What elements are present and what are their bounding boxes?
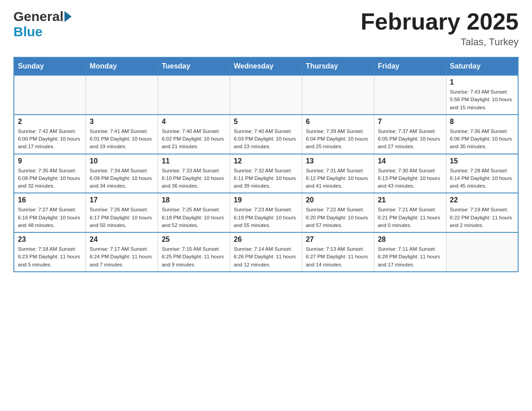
day-info: Sunrise: 7:39 AM Sunset: 6:04 PM Dayligh…: [306, 128, 370, 151]
table-row: 1Sunrise: 7:43 AM Sunset: 5:58 PM Daylig…: [446, 75, 518, 115]
table-row: [158, 75, 230, 115]
table-row: [302, 75, 374, 115]
table-row: 27Sunrise: 7:13 AM Sunset: 6:27 PM Dayli…: [302, 232, 374, 272]
day-number: 5: [234, 118, 298, 126]
table-row: [446, 232, 518, 272]
col-friday: Friday: [374, 57, 446, 75]
calendar-week-3: 9Sunrise: 7:35 AM Sunset: 6:08 PM Daylig…: [14, 154, 518, 193]
table-row: 6Sunrise: 7:39 AM Sunset: 6:04 PM Daylig…: [302, 115, 374, 154]
day-info: Sunrise: 7:23 AM Sunset: 6:19 PM Dayligh…: [234, 206, 298, 229]
table-row: 24Sunrise: 7:17 AM Sunset: 6:24 PM Dayli…: [86, 232, 158, 272]
table-row: 28Sunrise: 7:11 AM Sunset: 6:28 PM Dayli…: [374, 232, 446, 272]
day-number: 17: [90, 196, 154, 204]
logo-line1: General: [13, 9, 72, 24]
calendar-table: Sunday Monday Tuesday Wednesday Thursday…: [13, 57, 519, 272]
day-info: Sunrise: 7:31 AM Sunset: 6:12 PM Dayligh…: [306, 167, 370, 190]
day-info: Sunrise: 7:42 AM Sunset: 6:00 PM Dayligh…: [18, 128, 82, 151]
table-row: 18Sunrise: 7:25 AM Sunset: 6:18 PM Dayli…: [158, 193, 230, 232]
day-info: Sunrise: 7:14 AM Sunset: 6:26 PM Dayligh…: [234, 245, 298, 269]
col-saturday: Saturday: [446, 57, 518, 75]
table-row: 3Sunrise: 7:41 AM Sunset: 6:01 PM Daylig…: [86, 115, 158, 154]
day-info: Sunrise: 7:41 AM Sunset: 6:01 PM Dayligh…: [90, 128, 154, 151]
day-number: 26: [234, 235, 298, 244]
table-row: 22Sunrise: 7:19 AM Sunset: 6:22 PM Dayli…: [446, 193, 518, 232]
calendar-week-5: 23Sunrise: 7:18 AM Sunset: 6:23 PM Dayli…: [14, 232, 518, 272]
day-number: 24: [90, 235, 154, 244]
day-info: Sunrise: 7:36 AM Sunset: 6:06 PM Dayligh…: [450, 128, 514, 151]
month-title: February 2025: [360, 9, 519, 34]
day-number: 7: [378, 118, 442, 126]
table-row: 26Sunrise: 7:14 AM Sunset: 6:26 PM Dayli…: [230, 232, 302, 272]
table-row: 8Sunrise: 7:36 AM Sunset: 6:06 PM Daylig…: [446, 115, 518, 154]
col-wednesday: Wednesday: [230, 57, 302, 75]
day-info: Sunrise: 7:18 AM Sunset: 6:23 PM Dayligh…: [18, 245, 82, 269]
day-number: 21: [378, 196, 442, 204]
day-info: Sunrise: 7:17 AM Sunset: 6:24 PM Dayligh…: [90, 245, 154, 269]
table-row: [86, 75, 158, 115]
day-info: Sunrise: 7:40 AM Sunset: 6:03 PM Dayligh…: [234, 128, 298, 151]
table-row: [374, 75, 446, 115]
day-number: 12: [234, 157, 298, 165]
day-info: Sunrise: 7:22 AM Sunset: 6:20 PM Dayligh…: [306, 206, 370, 229]
day-number: 16: [18, 196, 82, 204]
table-row: 14Sunrise: 7:30 AM Sunset: 6:13 PM Dayli…: [374, 154, 446, 193]
day-info: Sunrise: 7:37 AM Sunset: 6:05 PM Dayligh…: [378, 128, 442, 151]
calendar-week-4: 16Sunrise: 7:27 AM Sunset: 6:16 PM Dayli…: [14, 193, 518, 232]
day-number: 8: [450, 118, 514, 126]
table-row: 13Sunrise: 7:31 AM Sunset: 6:12 PM Dayli…: [302, 154, 374, 193]
day-number: 18: [162, 196, 226, 204]
day-info: Sunrise: 7:26 AM Sunset: 6:17 PM Dayligh…: [90, 206, 154, 229]
col-tuesday: Tuesday: [158, 57, 230, 75]
table-row: 5Sunrise: 7:40 AM Sunset: 6:03 PM Daylig…: [230, 115, 302, 154]
day-number: 22: [450, 196, 514, 204]
day-info: Sunrise: 7:34 AM Sunset: 6:09 PM Dayligh…: [90, 167, 154, 190]
day-info: Sunrise: 7:25 AM Sunset: 6:18 PM Dayligh…: [162, 206, 226, 229]
table-row: 2Sunrise: 7:42 AM Sunset: 6:00 PM Daylig…: [14, 115, 86, 154]
day-info: Sunrise: 7:21 AM Sunset: 6:21 PM Dayligh…: [378, 206, 442, 229]
table-row: 10Sunrise: 7:34 AM Sunset: 6:09 PM Dayli…: [86, 154, 158, 193]
table-row: 7Sunrise: 7:37 AM Sunset: 6:05 PM Daylig…: [374, 115, 446, 154]
day-info: Sunrise: 7:43 AM Sunset: 5:58 PM Dayligh…: [450, 88, 514, 111]
day-info: Sunrise: 7:13 AM Sunset: 6:27 PM Dayligh…: [306, 245, 370, 269]
table-row: [14, 75, 86, 115]
day-number: 28: [378, 235, 442, 244]
table-row: 21Sunrise: 7:21 AM Sunset: 6:21 PM Dayli…: [374, 193, 446, 232]
logo: General Blue: [13, 9, 72, 39]
page-header: General Blue February 2025 Talas, Turkey: [13, 9, 519, 48]
table-row: 15Sunrise: 7:28 AM Sunset: 6:14 PM Dayli…: [446, 154, 518, 193]
day-number: 19: [234, 196, 298, 204]
table-row: 9Sunrise: 7:35 AM Sunset: 6:08 PM Daylig…: [14, 154, 86, 193]
calendar-week-1: 1Sunrise: 7:43 AM Sunset: 5:58 PM Daylig…: [14, 75, 518, 115]
table-row: [230, 75, 302, 115]
day-info: Sunrise: 7:30 AM Sunset: 6:13 PM Dayligh…: [378, 167, 442, 190]
day-number: 11: [162, 157, 226, 165]
day-number: 25: [162, 235, 226, 244]
day-info: Sunrise: 7:27 AM Sunset: 6:16 PM Dayligh…: [18, 206, 82, 229]
table-row: 11Sunrise: 7:33 AM Sunset: 6:10 PM Dayli…: [158, 154, 230, 193]
day-number: 23: [18, 235, 82, 244]
table-row: 12Sunrise: 7:32 AM Sunset: 6:11 PM Dayli…: [230, 154, 302, 193]
day-number: 20: [306, 196, 370, 204]
title-section: February 2025 Talas, Turkey: [360, 9, 519, 48]
day-info: Sunrise: 7:32 AM Sunset: 6:11 PM Dayligh…: [234, 167, 298, 190]
day-info: Sunrise: 7:11 AM Sunset: 6:28 PM Dayligh…: [378, 245, 442, 269]
day-number: 1: [450, 78, 514, 86]
day-number: 4: [162, 118, 226, 126]
day-info: Sunrise: 7:28 AM Sunset: 6:14 PM Dayligh…: [450, 167, 514, 190]
day-number: 10: [90, 157, 154, 165]
logo-general-text: General: [13, 9, 64, 24]
day-info: Sunrise: 7:40 AM Sunset: 6:02 PM Dayligh…: [162, 128, 226, 151]
day-number: 14: [378, 157, 442, 165]
logo-triangle-icon: [64, 11, 72, 22]
table-row: 23Sunrise: 7:18 AM Sunset: 6:23 PM Dayli…: [14, 232, 86, 272]
day-number: 27: [306, 235, 370, 244]
day-info: Sunrise: 7:35 AM Sunset: 6:08 PM Dayligh…: [18, 167, 82, 190]
logo-line2: Blue: [13, 24, 43, 39]
day-number: 9: [18, 157, 82, 165]
table-row: 19Sunrise: 7:23 AM Sunset: 6:19 PM Dayli…: [230, 193, 302, 232]
day-number: 13: [306, 157, 370, 165]
day-info: Sunrise: 7:15 AM Sunset: 6:25 PM Dayligh…: [162, 245, 226, 269]
location-label: Talas, Turkey: [360, 36, 519, 48]
calendar-week-2: 2Sunrise: 7:42 AM Sunset: 6:00 PM Daylig…: [14, 115, 518, 154]
table-row: 20Sunrise: 7:22 AM Sunset: 6:20 PM Dayli…: [302, 193, 374, 232]
